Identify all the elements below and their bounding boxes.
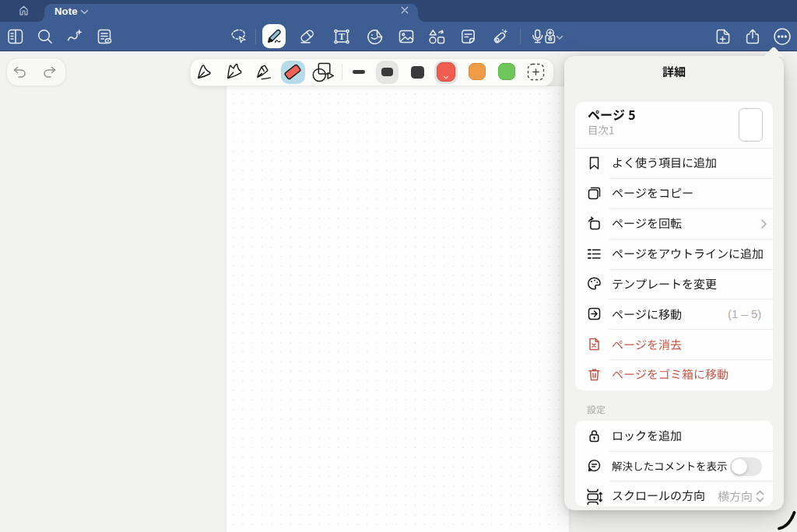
svg-text:T: T [339, 31, 345, 42]
